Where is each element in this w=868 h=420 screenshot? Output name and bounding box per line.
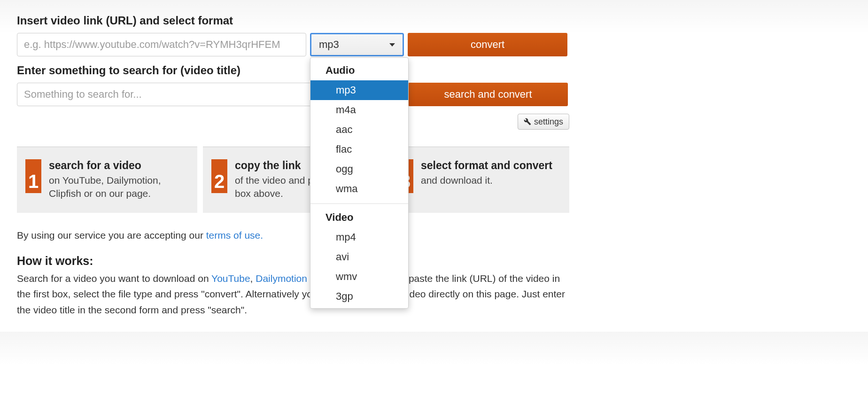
dropdown-item-mp4[interactable]: mp4 bbox=[310, 227, 408, 247]
step-desc: and download it. bbox=[421, 174, 561, 187]
how-it-works-title: How it works: bbox=[17, 254, 851, 268]
dropdown-item-m4a[interactable]: m4a bbox=[310, 100, 408, 120]
dropdown-group-label: Video bbox=[310, 205, 408, 227]
format-selected-value: mp3 bbox=[319, 39, 339, 51]
step-number: 2 bbox=[211, 159, 227, 193]
dropdown-item-avi[interactable]: avi bbox=[310, 247, 408, 267]
url-input[interactable] bbox=[17, 33, 306, 56]
settings-label: settings bbox=[534, 117, 563, 127]
how-link-youtube[interactable]: YouTube bbox=[211, 273, 250, 284]
url-section-label: Insert video link (URL) and select forma… bbox=[17, 14, 851, 27]
step-number: 1 bbox=[25, 159, 41, 193]
convert-button[interactable]: convert bbox=[408, 33, 567, 56]
step-content: select format and convertand download it… bbox=[421, 159, 561, 201]
terms-prefix: By using our service you are accepting o… bbox=[17, 230, 206, 241]
step-content: search for a videoon YouTube, Dailymotio… bbox=[49, 159, 189, 201]
terms-line: By using our service you are accepting o… bbox=[17, 230, 569, 241]
step-title: select format and convert bbox=[421, 159, 561, 172]
how-link-dailymotion[interactable]: Dailymotion bbox=[256, 273, 307, 284]
terms-link[interactable]: terms of use. bbox=[206, 230, 263, 241]
format-select[interactable]: mp3 bbox=[310, 33, 404, 56]
dropdown-group-label: Audio bbox=[310, 58, 408, 80]
step-3: 3select format and convertand download i… bbox=[389, 147, 569, 213]
dropdown-item-flac[interactable]: flac bbox=[310, 140, 408, 159]
dropdown-item-ogg[interactable]: ogg bbox=[310, 159, 408, 179]
dropdown-item-3gp[interactable]: 3gp bbox=[310, 287, 408, 306]
search-convert-button[interactable]: search and convert bbox=[408, 83, 568, 106]
how-it-works-text: Search for a video you want to download … bbox=[17, 271, 569, 318]
settings-button[interactable]: settings bbox=[518, 114, 569, 130]
dropdown-item-aac[interactable]: aac bbox=[310, 120, 408, 140]
chevron-down-icon bbox=[389, 43, 395, 47]
dropdown-item-mp3[interactable]: mp3 bbox=[310, 80, 408, 100]
step-1: 1search for a videoon YouTube, Dailymoti… bbox=[17, 147, 197, 213]
settings-row: settings bbox=[17, 114, 569, 130]
step-desc: on YouTube, Dailymotion, Clipfish or on … bbox=[49, 174, 189, 201]
format-dropdown: Audiomp3m4aaacflacoggwmaVideomp4aviwmv3g… bbox=[310, 57, 409, 309]
convert-row: mp3 convert Audiomp3m4aaacflacoggwmaVide… bbox=[17, 33, 851, 56]
dropdown-divider bbox=[310, 203, 408, 204]
search-section-label: Enter something to search for (video tit… bbox=[17, 64, 851, 77]
steps-container: 1search for a videoon YouTube, Dailymoti… bbox=[17, 147, 569, 213]
wrench-icon bbox=[524, 118, 531, 125]
dropdown-item-wmv[interactable]: wmv bbox=[310, 267, 408, 287]
step-title: search for a video bbox=[49, 159, 189, 172]
dropdown-item-wma[interactable]: wma bbox=[310, 179, 408, 199]
search-row: search and convert bbox=[17, 83, 851, 106]
